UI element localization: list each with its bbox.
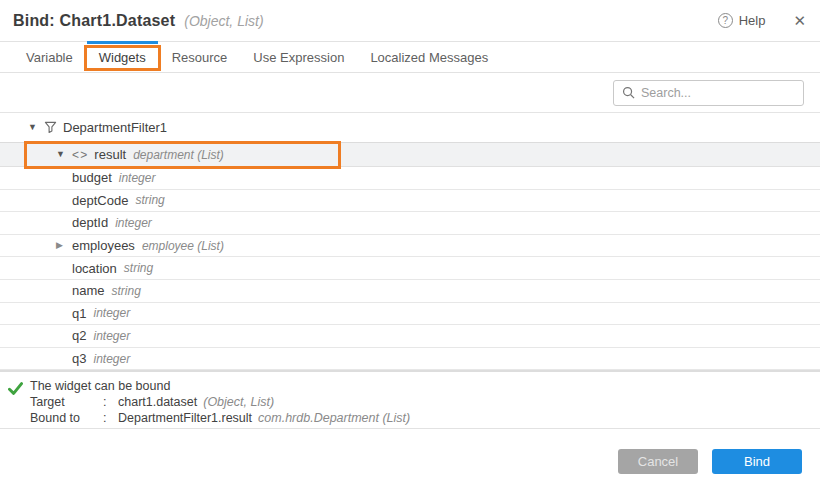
tree-row-location[interactable]: location string <box>0 257 820 280</box>
tree-row-q2[interactable]: q2 integer <box>0 325 820 348</box>
check-icon <box>8 381 23 399</box>
tree-row-label: employees <box>72 238 135 253</box>
tree-row-name[interactable]: name string <box>0 280 820 303</box>
tab-use-expression[interactable]: Use Expression <box>240 42 357 72</box>
status-message: The widget can be bound <box>30 378 820 394</box>
tab-variable[interactable]: Variable <box>13 42 86 72</box>
tree-row-type: integer <box>115 216 152 230</box>
tree-row-type: integer <box>93 306 130 320</box>
tree-row-type: employee (List) <box>142 239 224 253</box>
filter-icon <box>44 121 57 134</box>
status-target-value: chart1.dataset <box>118 395 197 409</box>
tree-row-deptcode[interactable]: deptCode string <box>0 190 820 213</box>
help-button[interactable]: ? Help <box>718 13 766 28</box>
tree-row-label: deptId <box>72 215 108 230</box>
dialog-header: Bind: Chart1.Dataset (Object, List) ? He… <box>0 0 820 41</box>
chevron-right-icon[interactable]: ▶ <box>56 241 72 250</box>
dialog-subtitle: (Object, List) <box>184 13 263 29</box>
status-boundto-row: Bound to:DepartmentFilter1.resultcom.hrd… <box>30 410 820 426</box>
search-box[interactable] <box>613 80 804 106</box>
tree-row-type: integer <box>119 171 156 185</box>
status-boundto-type: com.hrdb.Department (List) <box>258 411 410 425</box>
tree-row-type: string <box>135 193 164 207</box>
tree-row-q3[interactable]: q3 integer <box>0 348 820 371</box>
tab-localized-messages[interactable]: Localized Messages <box>357 42 501 72</box>
status-boundto-label: Bound to <box>30 410 103 426</box>
object-type-icon: < > <box>72 149 86 161</box>
tree-row-label: budget <box>72 170 112 185</box>
dialog-title: Bind: Chart1.Dataset <box>13 12 175 30</box>
search-toolbar <box>0 73 820 112</box>
tree-row-type: integer <box>93 352 130 366</box>
tree-row-label: q2 <box>72 328 86 343</box>
bind-dialog: Bind: Chart1.Dataset (Object, List) ? He… <box>0 0 820 488</box>
tree-row-label: q3 <box>72 351 86 366</box>
tree-row-label: q1 <box>72 306 86 321</box>
status-boundto-value: DepartmentFilter1.result <box>118 411 252 425</box>
chevron-down-icon[interactable]: ▼ <box>28 123 44 132</box>
tree-row-type: integer <box>93 329 130 343</box>
tree-row-type: string <box>124 261 153 275</box>
tab-resource[interactable]: Resource <box>159 42 241 72</box>
dialog-footer: Cancel Bind <box>0 428 820 488</box>
help-icon[interactable]: ? <box>718 13 733 28</box>
tree-row-deptid[interactable]: deptId integer <box>0 212 820 235</box>
close-icon[interactable]: ✕ <box>793 13 806 28</box>
status-target-row: Target:chart1.dataset(Object, List) <box>30 394 820 410</box>
tree-row-type: string <box>112 284 141 298</box>
cancel-button[interactable]: Cancel <box>618 449 698 474</box>
tree-row-type: department (List) <box>133 148 224 162</box>
bind-button[interactable]: Bind <box>712 449 802 474</box>
search-icon <box>622 86 635 99</box>
tree-row-label: deptCode <box>72 193 128 208</box>
tree-row-q1[interactable]: q1 integer <box>0 303 820 326</box>
widget-tree: ▼ DepartmentFilter1 ▼ < > result departm… <box>0 112 820 370</box>
tree-row-employees[interactable]: ▶ employees employee (List) <box>0 235 820 258</box>
tree-row-label: result <box>94 147 126 162</box>
search-input[interactable] <box>641 86 795 100</box>
tree-row-result-selected[interactable]: ▼ < > result department (List) <box>0 142 820 167</box>
status-target-type: (Object, List) <box>203 395 274 409</box>
tree-row-label: name <box>72 283 105 298</box>
status-target-label: Target <box>30 394 103 410</box>
tree-row-label: DepartmentFilter1 <box>63 120 167 135</box>
tree-row-departmentfilter1[interactable]: ▼ DepartmentFilter1 <box>0 113 820 142</box>
tab-widgets[interactable]: Widgets <box>86 42 159 72</box>
tree-row-label: location <box>72 261 117 276</box>
tab-bar: Variable Widgets Resource Use Expression… <box>0 41 820 73</box>
help-label[interactable]: Help <box>739 13 766 28</box>
binding-status-panel: The widget can be bound Target:chart1.da… <box>0 370 820 428</box>
tree-row-budget[interactable]: budget integer <box>0 167 820 190</box>
chevron-down-icon[interactable]: ▼ <box>56 150 72 159</box>
